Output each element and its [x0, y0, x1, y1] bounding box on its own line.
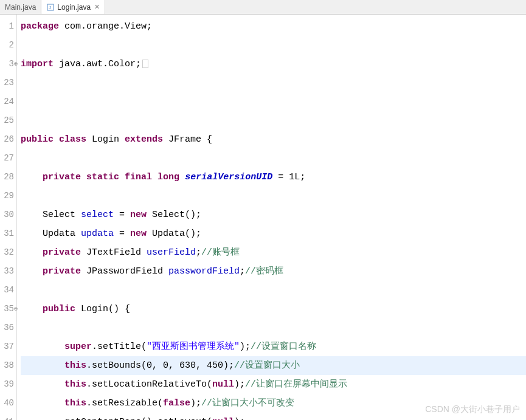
- line-number: 41: [0, 413, 16, 420]
- line-number: 23: [0, 74, 16, 92]
- code-line[interactable]: private static final long serialVersionU…: [21, 168, 526, 187]
- line-number: 31: [0, 224, 16, 243]
- code-area[interactable]: package com.orange.View;import java.awt.…: [17, 15, 526, 420]
- line-number-gutter: 1232324252627282930313233343536373839404…: [0, 15, 17, 420]
- line-number: 34: [0, 281, 16, 300]
- tab-label: Login.java: [57, 3, 91, 12]
- line-number: 35: [0, 300, 16, 318]
- line-number: 3: [0, 55, 16, 74]
- code-line[interactable]: [21, 318, 526, 337]
- code-line[interactable]: this.setLocationRelativeTo(null);//让窗口在屏…: [21, 375, 526, 394]
- code-line[interactable]: [21, 36, 526, 55]
- line-number: 25: [0, 111, 16, 130]
- line-number: 36: [0, 318, 16, 337]
- line-number: 29: [0, 187, 16, 205]
- editor-tab-bar: Main.java J Login.java ✕: [0, 0, 526, 15]
- code-line[interactable]: [21, 111, 526, 130]
- line-number: 30: [0, 205, 16, 224]
- close-icon[interactable]: ✕: [94, 3, 100, 11]
- line-number: 2: [0, 36, 16, 55]
- line-number: 24: [0, 92, 16, 111]
- code-line[interactable]: [21, 92, 526, 111]
- code-line[interactable]: this.setBounds(0, 0, 630, 450);//设置窗口大小: [21, 356, 526, 375]
- code-line[interactable]: [21, 281, 526, 300]
- line-number: 39: [0, 375, 16, 394]
- code-line[interactable]: getContentPane().setLayout(null);: [21, 413, 526, 420]
- fold-indicator-icon[interactable]: [142, 60, 148, 68]
- line-number: 26: [0, 130, 16, 149]
- line-number: 37: [0, 337, 16, 356]
- line-number: 33: [0, 262, 16, 281]
- code-line[interactable]: import java.awt.Color;: [21, 55, 526, 74]
- code-line[interactable]: [21, 74, 526, 92]
- line-number: 40: [0, 394, 16, 413]
- code-line[interactable]: private JPasswordField passwordField;//密…: [21, 262, 526, 281]
- svg-text:J: J: [49, 5, 51, 10]
- code-line[interactable]: Updata updata = new Updata();: [21, 224, 526, 243]
- tab-main-java[interactable]: Main.java: [0, 0, 41, 14]
- line-number: 1: [0, 17, 16, 36]
- code-line[interactable]: Select select = new Select();: [21, 205, 526, 224]
- line-number: 28: [0, 168, 16, 187]
- code-line[interactable]: this.setResizable(false);//让窗口大小不可改变: [21, 394, 526, 413]
- code-line[interactable]: public Login() {: [21, 300, 526, 318]
- java-file-icon: J: [46, 3, 55, 12]
- line-number: 27: [0, 149, 16, 168]
- code-line[interactable]: [21, 149, 526, 168]
- tab-label: Main.java: [5, 3, 36, 12]
- code-line[interactable]: super.setTitle("西亚斯图书管理系统");//设置窗口名称: [21, 337, 526, 356]
- code-line[interactable]: private JTextField userField;//账号框: [21, 243, 526, 262]
- code-editor[interactable]: 1232324252627282930313233343536373839404…: [0, 15, 526, 420]
- tab-login-java[interactable]: J Login.java ✕: [41, 0, 105, 14]
- line-number: 32: [0, 243, 16, 262]
- line-number: 38: [0, 356, 16, 375]
- code-line[interactable]: package com.orange.View;: [21, 17, 526, 36]
- code-line[interactable]: public class Login extends JFrame {: [21, 130, 526, 149]
- code-line[interactable]: [21, 187, 526, 205]
